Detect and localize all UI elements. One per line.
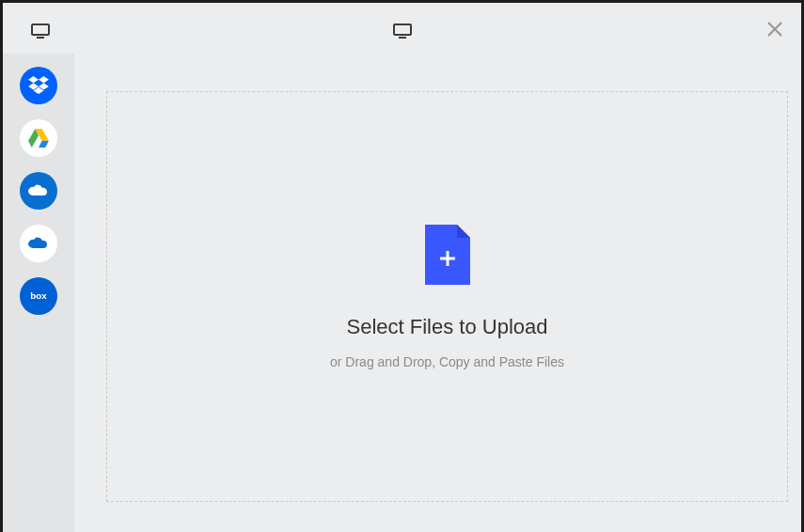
upload-headline: Select Files to Upload: [347, 315, 548, 339]
dialog-header: [3, 3, 801, 54]
upload-subline: or Drag and Drop, Copy and Paste Files: [330, 354, 564, 369]
dialog-body: box Select Files to Upload or Drag and D…: [3, 54, 801, 532]
device-icon-center: [393, 23, 412, 42]
upload-dropzone[interactable]: Select Files to Upload or Drag and Drop,…: [106, 91, 788, 502]
onedrive-business-icon: [27, 236, 50, 251]
svg-rect-2: [394, 24, 411, 35]
main-panel: Select Files to Upload or Drag and Drop,…: [74, 54, 801, 532]
device-icon[interactable]: [31, 23, 50, 42]
googledrive-icon: [28, 129, 49, 148]
source-box[interactable]: box: [20, 277, 57, 315]
onedrive-icon: [27, 183, 50, 198]
source-googledrive[interactable]: [20, 119, 57, 157]
upload-file-icon: [425, 225, 470, 289]
source-dropbox[interactable]: [20, 67, 57, 104]
svg-text:box: box: [30, 291, 47, 302]
svg-rect-3: [399, 37, 406, 39]
svg-rect-0: [32, 24, 49, 35]
source-sidebar: box: [3, 54, 74, 532]
source-onedrive[interactable]: [20, 172, 57, 210]
source-onedrive-business[interactable]: [20, 225, 57, 262]
file-picker-dialog: box Select Files to Upload or Drag and D…: [3, 3, 801, 532]
close-icon[interactable]: [765, 18, 784, 42]
box-icon: box: [25, 289, 52, 303]
svg-rect-1: [37, 37, 44, 39]
dropbox-icon: [28, 76, 49, 95]
